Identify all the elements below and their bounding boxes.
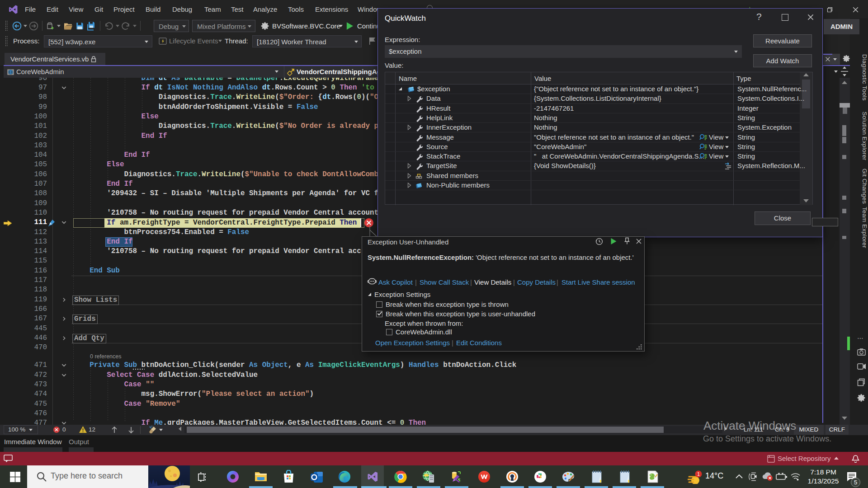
svg-text:1: 1 (697, 471, 700, 477)
